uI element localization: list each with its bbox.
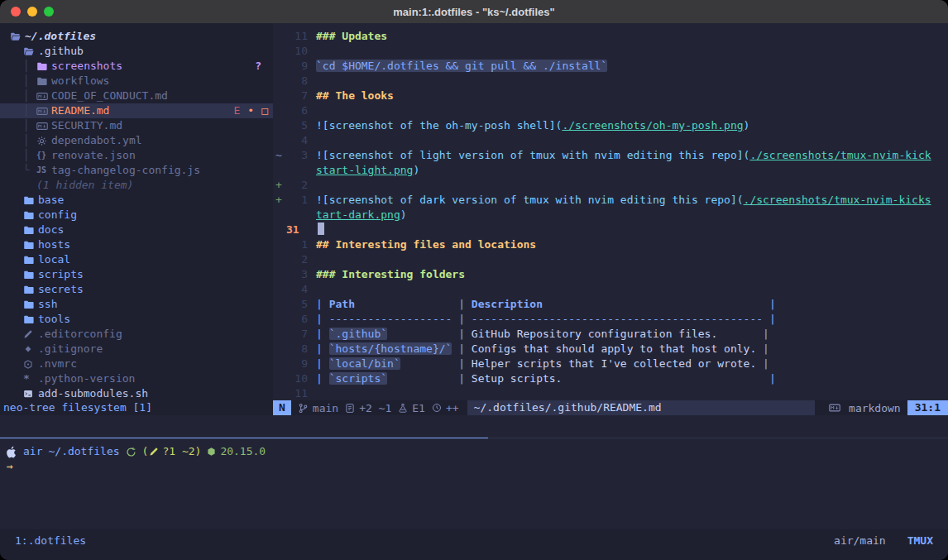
tree-item-local[interactable]: local [0, 252, 273, 267]
tree-item-.python-version[interactable]: *.python-version [0, 371, 273, 386]
tree-item-.github[interactable]: .github [0, 44, 273, 59]
text-segment: ./screenshots/oh-my-posh.png [562, 119, 743, 132]
file-diff-icon [345, 403, 355, 414]
tree-item-docs[interactable]: docs [0, 223, 273, 237]
line-number [285, 208, 308, 223]
line-number: 31 [285, 223, 309, 237]
line-number: 8 [285, 74, 308, 89]
shell-prompt: air ~/.dotfiles ( ?1 ~2) 20.15.0 [7, 444, 948, 459]
tmux-mode-badge: TMUX [907, 534, 933, 560]
tree-item-screenshots[interactable]: │screenshots? [0, 59, 273, 74]
tree-item-tag-changelog-config.js[interactable]: └JStag-changelog-config.js [0, 163, 273, 178]
gutter-sign [273, 163, 285, 178]
tree-item-.nvmrc[interactable]: .nvmrc [0, 357, 273, 371]
gutter-sign [273, 74, 285, 89]
tree-item-label: .nvmrc [38, 357, 77, 371]
editor-line[interactable]: +1![screenshot of dark version of tmux w… [273, 193, 948, 208]
editor-line[interactable]: 8| `hosts/{hostname}/` | Configs that sh… [273, 342, 948, 357]
tree-item-config[interactable]: config [0, 208, 273, 223]
tree-item-security.md[interactable]: │SECURITY.md [0, 118, 273, 133]
text-segment: GitHub Repository configuration files. [472, 328, 763, 340]
tree-item-renovate.json[interactable]: │{}renovate.json [0, 148, 273, 163]
text-segment: Path [329, 298, 355, 310]
editor-line[interactable]: 3### Interesting folders [273, 267, 948, 282]
tree-item-label: renovate.json [51, 148, 136, 163]
editor-line[interactable]: ~3![screenshot of light version of tmux … [273, 148, 948, 163]
tree-item-label: workflows [51, 74, 109, 89]
text-segment: ![screenshot of dark version of tmux wit… [316, 194, 744, 206]
tree-item-base[interactable]: base [0, 193, 273, 208]
tree-item-dependabot.yml[interactable]: │dependabot.yml [0, 133, 273, 148]
tree-item-secrets[interactable]: secrets [0, 282, 273, 297]
tree-item-tools[interactable]: tools [0, 312, 273, 327]
tree-item-.gitignore[interactable]: .gitignore [0, 342, 273, 357]
editor-line[interactable]: 6 [273, 103, 948, 118]
line-content: ## The looks [308, 89, 394, 103]
line-content [308, 178, 316, 193]
file-path[interactable]: ~/.dotfiles/.github/README.md [467, 400, 815, 415]
tree-item-label: .editorconfig [38, 327, 122, 342]
editor-line[interactable]: 11### Updates [273, 29, 948, 44]
tree-item-workflows[interactable]: │workflows [0, 74, 273, 89]
shell-pane[interactable]: air ~/.dotfiles ( ?1 ~2) 20.15.0 → [0, 438, 948, 529]
gutter-sign [273, 89, 285, 103]
folder-icon [23, 270, 38, 280]
editor-line[interactable]: 4 [273, 133, 948, 148]
editor-line[interactable]: 1## Interesting files and locations [273, 237, 948, 252]
prompt-cwd: ~/.dotfiles [48, 444, 119, 459]
mode-indicator: N [273, 400, 291, 415]
editor-line[interactable]: 2 [273, 252, 948, 267]
editor-line[interactable]: 4 [273, 282, 948, 297]
nvim-statusline: N main +2 ~1 E1 ++ ~/.dotfiles/.github/R… [273, 400, 948, 415]
editor-line[interactable]: 9| `local/bin` | Helper scripts that I'v… [273, 357, 948, 371]
editor-line[interactable]: 10| `scripts` | Setup scripts. | [273, 371, 948, 386]
neo-tree-sidebar[interactable]: ~/.dotfiles.github│screenshots?│workflow… [0, 23, 273, 400]
tree-item-readme.md[interactable]: │README.mdE•□ [0, 103, 273, 118]
marker: • [247, 103, 254, 118]
minimize-button[interactable] [27, 7, 37, 17]
line-content [309, 223, 324, 237]
tree-item--.dotfiles[interactable]: ~/.dotfiles [0, 29, 273, 44]
line-number: 7 [285, 327, 308, 342]
editor-line[interactable]: 7## The looks [273, 89, 948, 103]
editor-line[interactable]: 5![screenshot of the oh-my-posh shell](.… [273, 118, 948, 133]
line-content: | Path | Description | [308, 297, 776, 312]
command-line-area[interactable] [0, 415, 948, 437]
braces-icon: {} [36, 148, 51, 163]
shell-input-line[interactable]: → [7, 459, 948, 474]
editor-line[interactable]: 31 [273, 223, 948, 237]
editor-line[interactable]: 9`cd $HOME/.dotfiles && git pull && ./in… [273, 59, 948, 74]
tree-item-scripts[interactable]: scripts [0, 267, 273, 282]
terminal-window: main:1:.dotfiles - "ks~/.dotfiles" ~/.do… [0, 0, 948, 560]
text-segment: | [769, 298, 776, 310]
editor-line[interactable]: 8 [273, 74, 948, 89]
script-icon [23, 389, 38, 399]
text-segment [763, 313, 769, 325]
editor-line[interactable]: 6| ------------------- | ---------------… [273, 312, 948, 327]
editor-line[interactable]: tart-dark.png) [273, 208, 948, 223]
git-diamond-icon [23, 344, 38, 354]
node-hexagon-icon [207, 447, 216, 457]
line-number: 11 [285, 29, 308, 44]
editor-line[interactable]: 5| Path | Description | [273, 297, 948, 312]
tmux-window-label[interactable]: 1:.dotfiles [15, 534, 86, 560]
editor-line[interactable]: 11 [273, 386, 948, 400]
gutter-sign [273, 327, 285, 342]
tree-item-ssh[interactable]: ssh [0, 297, 273, 312]
tree-item-label: screenshots [51, 59, 122, 74]
editor-buffer[interactable]: 11### Updates109`cd $HOME/.dotfiles && g… [273, 23, 948, 400]
close-button[interactable] [11, 7, 21, 17]
tree-item-hosts[interactable]: hosts [0, 237, 273, 252]
tree-item-.editorconfig[interactable]: .editorconfig [0, 327, 273, 342]
tree-item-code-of-conduct.md[interactable]: │CODE_OF_CONDUCT.md [0, 89, 273, 103]
editor-line[interactable]: start-light.png) [273, 163, 948, 178]
line-content: ![screenshot of the oh-my-posh shell](./… [308, 118, 749, 133]
tree-item--1-hidden-item-[interactable]: (1 hidden item) [0, 178, 273, 193]
editor-line[interactable]: 7| `.github` | GitHub Repository configu… [273, 327, 948, 342]
markdown-icon [829, 403, 840, 413]
editor-line[interactable]: 10 [273, 44, 948, 59]
tree-item-add-submodules.sh[interactable]: add-submodules.sh [0, 386, 273, 400]
zoom-button[interactable] [44, 7, 54, 17]
titlebar[interactable]: main:1:.dotfiles - "ks~/.dotfiles" [0, 0, 948, 23]
editor-line[interactable]: +2 [273, 178, 948, 193]
